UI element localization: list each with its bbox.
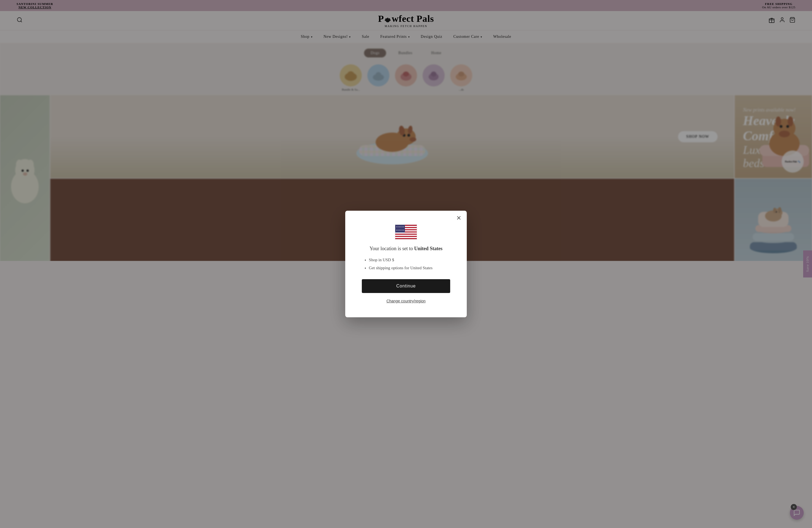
flag-stars: ★ ★ ★ ★ ★ ★ ★ ★ ★ ★ ★ ★: [395, 225, 405, 233]
flag-star: ★: [396, 226, 397, 228]
us-flag: ★ ★ ★ ★ ★ ★ ★ ★ ★ ★ ★ ★: [395, 224, 417, 240]
flag-star: ★: [397, 230, 398, 231]
modal-close-button[interactable]: ✕: [456, 215, 461, 221]
modal-benefits-list: Shop in USD $ Get shipping options for U…: [362, 258, 450, 261]
location-modal: ✕ ★ ★ ★ ★ ★ ★ ★ ★ ★ ★ ★ ★ Your location …: [345, 211, 467, 261]
flag-star: ★: [396, 230, 397, 231]
modal-title-prefix: Your location is set to: [369, 246, 414, 251]
flag-star: ★: [403, 226, 404, 228]
flag-star: ★: [400, 230, 401, 231]
flag-star: ★: [403, 230, 404, 231]
modal-title: Your location is set to United States: [362, 245, 450, 252]
flag-star: ★: [397, 226, 398, 228]
modal-overlay: ✕ ★ ★ ★ ★ ★ ★ ★ ★ ★ ★ ★ ★ Your location …: [0, 0, 812, 261]
flag-star: ★: [400, 226, 401, 228]
flag-star: ★: [399, 226, 400, 228]
flag-star: ★: [399, 230, 400, 231]
modal-country: United States: [414, 246, 443, 251]
flag-star: ★: [402, 230, 403, 231]
flag-star: ★: [402, 226, 403, 228]
modal-bullet-1: Shop in USD $: [365, 258, 447, 261]
